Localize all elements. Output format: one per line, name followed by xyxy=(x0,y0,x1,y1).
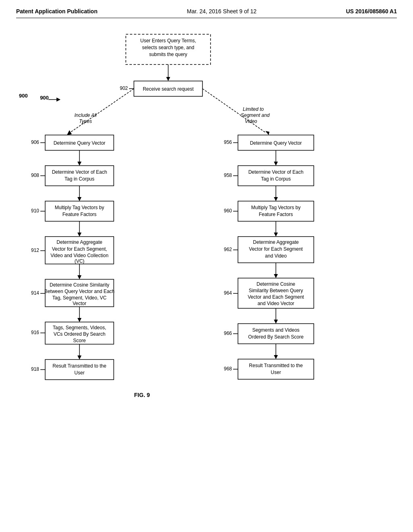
svg-rect-76 xyxy=(238,166,314,186)
svg-text:902: 902 xyxy=(120,85,128,91)
svg-text:908: 908 xyxy=(31,172,39,178)
svg-text:960: 960 xyxy=(224,208,232,214)
svg-text:968: 968 xyxy=(224,366,232,372)
svg-rect-70 xyxy=(238,135,314,150)
svg-text:(VC): (VC) xyxy=(75,258,85,264)
svg-text:906: 906 xyxy=(31,139,39,145)
svg-text:916: 916 xyxy=(31,330,39,335)
svg-marker-64 xyxy=(77,355,81,360)
header-right: US 2016/085860 A1 xyxy=(346,8,397,15)
svg-text:Types: Types xyxy=(79,118,92,124)
diagram-number: 900 xyxy=(19,93,28,99)
svg-rect-107 xyxy=(238,324,314,344)
svg-text:Tag, Segment, Video, VC: Tag, Segment, Video, VC xyxy=(52,295,107,301)
svg-text:914: 914 xyxy=(31,290,39,296)
svg-text:User: User xyxy=(74,370,84,376)
svg-text:900: 900 xyxy=(40,95,49,101)
svg-text:918: 918 xyxy=(31,366,39,372)
svg-rect-0 xyxy=(126,34,211,64)
svg-marker-89 xyxy=(274,233,278,237)
svg-marker-47 xyxy=(77,275,81,279)
svg-text:Score: Score xyxy=(73,338,86,343)
svg-text:Ordered By Search Score: Ordered By Search Score xyxy=(248,334,304,340)
svg-text:Multiply Tag Vectors by: Multiply Tag Vectors by xyxy=(55,205,104,210)
svg-rect-19 xyxy=(45,135,114,150)
svg-text:Determine Query Vector: Determine Query Vector xyxy=(250,140,302,146)
svg-marker-121 xyxy=(56,98,60,102)
svg-text:submits the query: submits the query xyxy=(149,52,188,57)
svg-marker-75 xyxy=(274,162,278,166)
svg-text:Vector for Each Segment,: Vector for Each Segment, xyxy=(52,246,107,252)
svg-text:Tag in Corpus: Tag in Corpus xyxy=(65,176,94,182)
diagram-svg: User Enters Query Terms, selects search … xyxy=(17,30,396,502)
svg-rect-83 xyxy=(238,201,314,221)
svg-text:User: User xyxy=(271,370,281,375)
svg-text:Segments and Videos: Segments and Videos xyxy=(252,327,299,333)
svg-text:962: 962 xyxy=(224,247,232,252)
svg-text:Determine Aggregate: Determine Aggregate xyxy=(56,239,102,245)
svg-text:958: 958 xyxy=(224,172,232,178)
svg-rect-48 xyxy=(45,279,114,307)
svg-rect-65 xyxy=(45,360,114,380)
svg-rect-6 xyxy=(134,81,202,96)
svg-rect-98 xyxy=(238,278,314,308)
svg-text:Tag in Corpus: Tag in Corpus xyxy=(261,176,291,182)
svg-text:FIG. 9: FIG. 9 xyxy=(134,392,150,398)
svg-text:selects search type, and: selects search type, and xyxy=(142,45,194,50)
svg-text:Determine Cosine: Determine Cosine xyxy=(257,281,295,287)
svg-marker-97 xyxy=(274,274,278,278)
svg-text:Vector: Vector xyxy=(73,301,86,306)
svg-text:Include All: Include All xyxy=(75,112,97,118)
diagram: User Enters Query Terms, selects search … xyxy=(17,30,396,502)
svg-text:Vector and Each Segment: Vector and Each Segment xyxy=(248,294,304,300)
svg-rect-25 xyxy=(45,166,114,186)
svg-text:Between Query Vector and Each: Between Query Vector and Each xyxy=(44,289,115,294)
svg-text:and Video Vector: and Video Vector xyxy=(257,301,294,306)
svg-text:Vector for Each Segment: Vector for Each Segment xyxy=(249,246,303,252)
svg-rect-90 xyxy=(238,237,314,263)
svg-marker-82 xyxy=(274,197,278,201)
page: Patent Application Publication Mar. 24, … xyxy=(0,0,413,532)
svg-text:Determine Query Vector: Determine Query Vector xyxy=(54,140,106,146)
svg-text:956: 956 xyxy=(224,139,232,145)
header: Patent Application Publication Mar. 24, … xyxy=(16,8,397,18)
svg-marker-13 xyxy=(265,131,269,135)
svg-text:Determine Vector of Each: Determine Vector of Each xyxy=(248,169,304,175)
svg-marker-56 xyxy=(77,318,81,322)
header-center: Mar. 24, 2016 Sheet 9 of 12 xyxy=(187,8,257,15)
svg-text:Video and Video Collection: Video and Video Collection xyxy=(50,253,108,258)
svg-rect-57 xyxy=(45,322,114,344)
svg-text:910: 910 xyxy=(31,208,39,214)
svg-marker-113 xyxy=(274,355,278,359)
svg-text:Determine Vector of Each: Determine Vector of Each xyxy=(52,169,107,175)
svg-rect-39 xyxy=(45,237,114,264)
svg-text:VCs Ordered By Search: VCs Ordered By Search xyxy=(54,331,106,337)
svg-line-12 xyxy=(202,89,266,133)
svg-rect-114 xyxy=(238,359,314,379)
svg-text:Multiply Tag Vectors by: Multiply Tag Vectors by xyxy=(251,205,301,210)
svg-text:Determine Aggregate: Determine Aggregate xyxy=(253,239,299,245)
svg-text:Video: Video xyxy=(245,118,257,124)
svg-marker-24 xyxy=(77,162,81,166)
svg-marker-11 xyxy=(67,130,72,135)
svg-text:Result Transmitted to the: Result Transmitted to the xyxy=(249,363,303,368)
header-left: Patent Application Publication xyxy=(16,8,98,15)
svg-text:Tags, Segments, Videos,: Tags, Segments, Videos, xyxy=(53,325,106,330)
svg-text:966: 966 xyxy=(224,330,232,336)
svg-marker-31 xyxy=(77,197,81,201)
svg-marker-5 xyxy=(166,77,170,81)
svg-line-10 xyxy=(69,89,134,133)
svg-text:Similarity Between Query: Similarity Between Query xyxy=(249,288,303,293)
svg-text:912: 912 xyxy=(31,247,39,253)
svg-text:Limited to: Limited to xyxy=(243,106,264,112)
svg-text:Result Transmitted to the: Result Transmitted to the xyxy=(52,363,106,369)
svg-text:Determine Cosine Similarity: Determine Cosine Similarity xyxy=(50,282,109,288)
svg-text:Feature Factors: Feature Factors xyxy=(63,212,97,217)
svg-rect-32 xyxy=(45,201,114,221)
svg-text:User Enters Query Terms,: User Enters Query Terms, xyxy=(140,38,196,44)
svg-marker-106 xyxy=(274,320,278,324)
svg-text:964: 964 xyxy=(224,290,232,296)
svg-text:Receive search request: Receive search request xyxy=(143,86,194,92)
svg-marker-38 xyxy=(77,233,81,237)
svg-text:and Video: and Video xyxy=(265,253,287,259)
